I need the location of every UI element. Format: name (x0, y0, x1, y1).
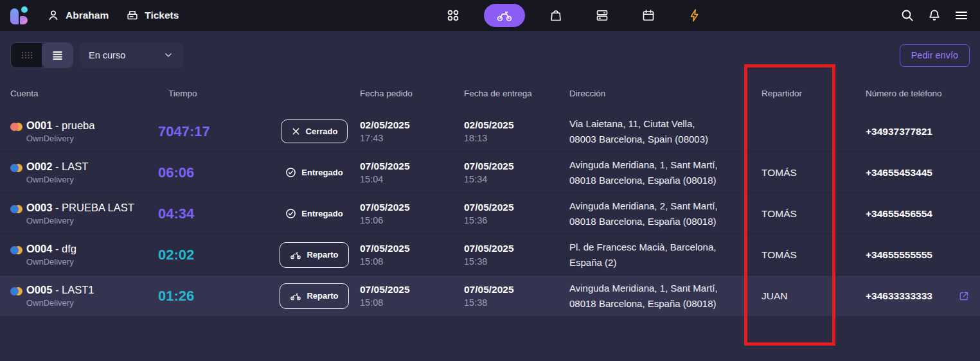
status-badge-entregado: Entregado (285, 208, 343, 219)
delivery-date-cell: 07/05/202515:38 (464, 284, 569, 308)
header-actions (956, 89, 970, 98)
search-icon (900, 8, 915, 23)
toolbar: En curso Pedir envío (10, 42, 970, 68)
table-row[interactable]: O003 - PRUEBA LAST OwnDelivery 04:34 Ent… (0, 193, 980, 234)
table-row[interactable]: O002 - LAST OwnDelivery 06:06 Entregado … (0, 152, 980, 193)
courier-cell: JUAN (762, 290, 866, 302)
bike-icon (290, 249, 301, 261)
check-circle-icon (285, 208, 296, 219)
app-logo[interactable] (10, 5, 30, 26)
courier-cell: TOMÁS (762, 249, 866, 261)
menu-button[interactable] (953, 7, 970, 24)
status-badge-reparto[interactable]: Reparto (280, 283, 348, 309)
order-title: O001 - prueba (26, 119, 94, 132)
elapsed-time: 04:34 (158, 206, 278, 222)
delivery-date-cell: 07/05/202515:34 (464, 161, 569, 184)
user-name-label: Abraham (66, 10, 109, 21)
logo-petal-shape (10, 8, 19, 24)
status-cell: Cerrado (278, 119, 351, 143)
notifications-button[interactable] (926, 7, 943, 24)
header-direccion: Dirección (569, 89, 762, 98)
delivery-date-cell: 07/05/202515:36 (464, 202, 569, 225)
order-cell: O003 - PRUEBA LAST OwnDelivery (10, 202, 168, 225)
pedir-envio-button[interactable]: Pedir envío (900, 44, 970, 67)
address-cell: Avinguda Meridiana, 1, Sant Martí,08018 … (569, 281, 762, 312)
topbar-left: Abraham Tickets (10, 5, 261, 26)
channel-dot-icon (10, 246, 23, 255)
order-cell: O004 - dfg OwnDelivery (10, 243, 168, 267)
order-title: O003 - PRUEBA LAST (26, 202, 134, 214)
order-date-cell: 07/05/202515:06 (360, 202, 464, 225)
provider-label: OwnDelivery (26, 298, 94, 308)
status-badge-cerrado[interactable]: Cerrado (281, 119, 348, 143)
external-link-icon[interactable] (958, 290, 970, 302)
table-row-selected[interactable]: O005 - LAST1 OwnDelivery 01:26 Reparto 0… (0, 276, 980, 317)
status-filter-dropdown[interactable]: En curso (80, 42, 183, 68)
elapsed-time: 06:06 (158, 164, 278, 181)
order-cell: O005 - LAST1 OwnDelivery (10, 284, 168, 308)
courier-cell: TOMÁS (762, 167, 866, 179)
nav-register-button[interactable] (587, 4, 618, 27)
order-title: O005 - LAST1 (26, 284, 94, 296)
elapsed-time: 02:02 (158, 247, 278, 263)
view-toggle (10, 42, 73, 68)
main-nav (261, 4, 886, 27)
order-date-cell: 07/05/202515:04 (360, 161, 464, 184)
header-cuenta: Cuenta (10, 89, 168, 98)
list-view-button[interactable] (42, 43, 73, 67)
header-fecha-entrega: Fecha de entrega (464, 89, 569, 98)
calendar-icon (641, 8, 656, 23)
menu-icon (954, 8, 969, 23)
provider-label: OwnDelivery (26, 175, 88, 184)
table-row[interactable]: O001 - prueba OwnDelivery 7047:17 Cerrad… (0, 111, 980, 152)
order-title: O004 - dfg (26, 243, 76, 255)
cash-drawer-icon (594, 8, 610, 23)
status-cell: Entregado (278, 208, 351, 219)
header-repartidor: Repartidor (762, 89, 866, 98)
phone-cell: +34633333333 (866, 290, 956, 302)
nav-deliveries-button[interactable] (484, 4, 525, 27)
table-body: O001 - prueba OwnDelivery 7047:17 Cerrad… (0, 111, 980, 317)
filter-value-label: En curso (89, 50, 125, 60)
user-menu-button[interactable]: Abraham (46, 8, 109, 22)
register-icon (125, 8, 139, 22)
provider-label: OwnDelivery (26, 257, 76, 267)
header-fecha-pedido: Fecha pedido (360, 89, 464, 98)
grid-view-button[interactable] (11, 43, 42, 67)
topbar: Abraham Tickets (0, 0, 980, 31)
person-icon (46, 8, 60, 22)
courier-cell: TOMÁS (762, 208, 866, 220)
status-cell: Reparto (278, 242, 351, 268)
delivery-date-cell: 02/05/202518:13 (464, 119, 569, 143)
header-status (278, 89, 360, 98)
status-badge-reparto[interactable]: Reparto (280, 242, 348, 268)
channel-dot-icon (10, 205, 23, 214)
order-title: O002 - LAST (26, 161, 88, 173)
order-date-cell: 07/05/202515:08 (360, 284, 464, 308)
status-cell: Entregado (278, 167, 351, 178)
nav-automations-button[interactable] (679, 4, 710, 27)
nav-calendar-button[interactable] (633, 4, 664, 27)
bike-icon (496, 7, 513, 24)
address-cell: Avinguda Meridiana, 1, Sant Martí,08018 … (569, 157, 762, 188)
channel-dot-icon (10, 164, 23, 173)
address-cell: Via Laietana, 11, Ciutat Vella,08003 Bar… (569, 116, 762, 147)
address-cell: Pl. de Francesc Macià, Barcelona,España … (569, 240, 762, 270)
table-row[interactable]: O004 - dfg OwnDelivery 02:02 Reparto 07/… (0, 234, 980, 276)
elapsed-time: 7047:17 (158, 123, 278, 140)
logo-dot-shape (21, 6, 28, 13)
order-cell: O001 - prueba OwnDelivery (10, 119, 168, 143)
search-button[interactable] (899, 7, 916, 24)
elapsed-time: 01:26 (158, 288, 278, 304)
phone-cell: +34937377821 (866, 126, 956, 137)
nav-shop-button[interactable] (540, 4, 571, 27)
status-badge-entregado: Entregado (285, 167, 343, 178)
provider-label: OwnDelivery (26, 134, 94, 143)
table-header: Cuenta Tiempo Fecha pedido Fecha de entr… (0, 89, 980, 98)
tickets-label: Tickets (145, 10, 179, 21)
nav-apps-button[interactable] (438, 4, 468, 27)
header-tiempo: Tiempo (168, 89, 278, 98)
tickets-button[interactable]: Tickets (125, 8, 179, 22)
topbar-right (886, 7, 970, 24)
bike-icon (290, 290, 301, 302)
